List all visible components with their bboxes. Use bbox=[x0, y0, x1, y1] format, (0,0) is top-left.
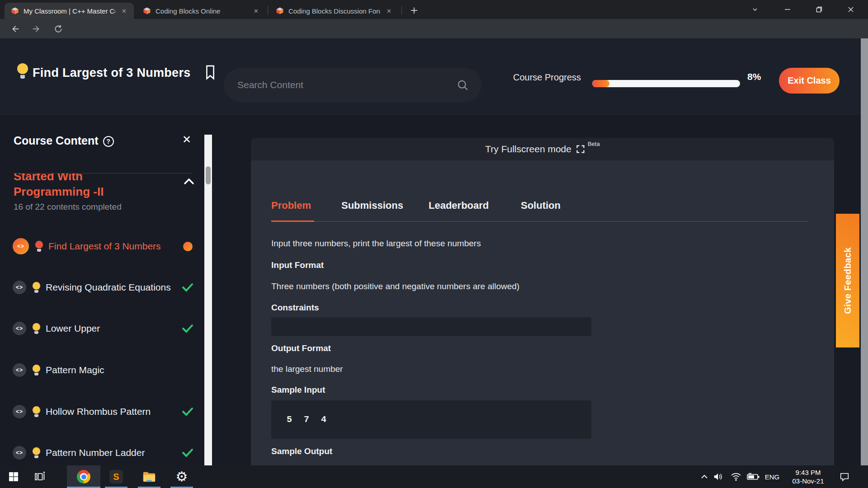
tab-submissions[interactable]: Submissions bbox=[341, 200, 403, 211]
course-progress-fill bbox=[592, 80, 609, 87]
page-content: Find Largest of 3 Numbers Course Progres… bbox=[0, 38, 861, 465]
output-format-text: the largest number bbox=[271, 364, 343, 374]
course-content-title: Course Content? bbox=[14, 134, 114, 147]
task-view-button[interactable] bbox=[29, 465, 51, 488]
window-restore-button[interactable] bbox=[807, 0, 832, 19]
tab-solution[interactable]: Solution bbox=[521, 200, 561, 211]
give-feedback-button[interactable]: Give Feedback bbox=[836, 214, 859, 347]
section-progress-text: 16 of 22 contents completed bbox=[14, 202, 122, 212]
sidebar-scrollbar-thumb[interactable] bbox=[206, 166, 211, 184]
code-icon: <> bbox=[13, 363, 26, 377]
bookmark-icon[interactable] bbox=[204, 65, 216, 80]
tab-divider bbox=[401, 6, 402, 15]
tab-close-icon[interactable]: ✕ bbox=[385, 7, 393, 15]
tab-underline-active bbox=[271, 221, 314, 222]
section-title-line2[interactable]: Programming -II bbox=[14, 185, 104, 199]
tab-title: Coding Blocks Discussion Forum bbox=[288, 7, 380, 15]
tray-battery-button[interactable] bbox=[745, 465, 761, 488]
back-button[interactable] bbox=[8, 22, 22, 36]
input-format-text: Three numbers (both positive and negativ… bbox=[271, 282, 519, 291]
help-icon[interactable]: ? bbox=[103, 136, 114, 147]
window-close-button[interactable] bbox=[838, 0, 863, 19]
speaker-icon bbox=[713, 472, 723, 481]
code-icon: <> bbox=[13, 238, 29, 254]
task-view-icon bbox=[34, 471, 46, 483]
lightbulb-icon bbox=[33, 365, 40, 375]
page-scrollbar[interactable] bbox=[861, 38, 868, 465]
check-icon bbox=[182, 448, 193, 457]
taskbar-chrome-button[interactable] bbox=[67, 465, 100, 488]
code-icon: <> bbox=[13, 446, 26, 460]
chrome-icon bbox=[77, 470, 90, 483]
check-icon bbox=[182, 324, 193, 333]
tray-volume-button[interactable] bbox=[712, 465, 725, 488]
sidebar-scrollbar[interactable] bbox=[204, 135, 212, 465]
in-progress-dot bbox=[183, 242, 193, 251]
gear-icon: ⚙ bbox=[176, 470, 188, 483]
notification-icon bbox=[840, 472, 849, 482]
lightbulb-icon bbox=[33, 406, 40, 417]
coding-blocks-favicon bbox=[143, 7, 151, 15]
lightbulb-icon bbox=[35, 241, 43, 252]
browser-tab-classroom[interactable]: My Classroom | C++ Master Cou ✕ bbox=[5, 3, 134, 19]
forward-icon bbox=[32, 24, 42, 34]
taskbar-sublime-button[interactable]: S bbox=[100, 465, 132, 488]
sample-input-label: Sample Input bbox=[271, 385, 325, 395]
reload-icon bbox=[54, 24, 63, 33]
tab-close-icon[interactable]: ✕ bbox=[252, 7, 260, 15]
course-header: Find Largest of 3 Numbers Course Progres… bbox=[0, 38, 861, 115]
code-icon: <> bbox=[13, 281, 26, 294]
chevron-down-icon bbox=[751, 6, 759, 13]
tab-close-icon[interactable]: ✕ bbox=[120, 7, 128, 15]
tray-network-button[interactable] bbox=[729, 465, 743, 488]
problem-panel: Problem Submissions Leaderboard Solution… bbox=[251, 160, 834, 465]
course-progress-label: Course Progress bbox=[513, 72, 581, 83]
reload-button[interactable] bbox=[52, 22, 65, 36]
sidebar-item-revising-quadratic[interactable]: <> Revising Quadratic Equations bbox=[13, 277, 193, 298]
new-tab-button[interactable]: + bbox=[407, 3, 421, 17]
battery-charging-icon bbox=[747, 473, 760, 481]
problem-statement: Input three numbers, print the largest o… bbox=[271, 239, 481, 249]
sidebar-item-pattern-number-ladder[interactable]: <> Pattern Number Ladder bbox=[13, 442, 193, 463]
beta-badge: Beta bbox=[588, 141, 600, 147]
browser-tab-online[interactable]: Coding Blocks Online ✕ bbox=[137, 3, 266, 19]
windows-logo-icon bbox=[8, 471, 19, 482]
page-scrollbar-thumb[interactable] bbox=[861, 38, 868, 465]
code-icon: <> bbox=[13, 405, 26, 418]
close-icon bbox=[847, 6, 854, 13]
chevron-up-icon bbox=[701, 474, 708, 479]
sidebar-item-pattern-magic[interactable]: <> Pattern Magic bbox=[13, 360, 193, 380]
browser-tab-forum[interactable]: Coding Blocks Discussion Forum ✕ bbox=[269, 3, 399, 19]
forward-button[interactable] bbox=[30, 22, 43, 36]
action-center-button[interactable] bbox=[835, 465, 854, 488]
window-minimize-button[interactable] bbox=[775, 0, 800, 19]
language-indicator: ENG bbox=[765, 473, 780, 481]
sample-output-label: Sample Output bbox=[271, 446, 332, 456]
exit-class-button[interactable]: Exit Class bbox=[779, 68, 840, 94]
code-icon: <> bbox=[13, 322, 26, 335]
start-button[interactable] bbox=[3, 465, 24, 488]
fullscreen-bar[interactable]: Try Fullscreen mode Beta bbox=[251, 138, 834, 160]
tab-problem[interactable]: Problem bbox=[271, 200, 311, 211]
browser-toolbar: online.codingblocks.com/app/player/21838… bbox=[0, 19, 868, 38]
sidebar-item-lower-upper[interactable]: <> Lower Upper bbox=[13, 318, 193, 339]
sidebar-item-find-largest[interactable]: <> Find Largest of 3 Numbers bbox=[13, 236, 193, 257]
tab-underline bbox=[271, 221, 808, 222]
lightbulb-icon bbox=[33, 282, 40, 293]
fullscreen-icon bbox=[576, 145, 585, 154]
browser-tab-strip: My Classroom | C++ Master Cou ✕ Coding B… bbox=[0, 0, 868, 19]
sidebar-item-hollow-rhombus[interactable]: <> Hollow Rhombus Pattern bbox=[13, 401, 193, 422]
lightbulb-icon bbox=[17, 63, 28, 79]
taskbar-explorer-button[interactable] bbox=[133, 465, 165, 488]
tab-leaderboard[interactable]: Leaderboard bbox=[429, 200, 489, 211]
taskbar-clock[interactable]: 9:43 PM 03-Nov-21 bbox=[784, 465, 832, 488]
tab-title: My Classroom | C++ Master Cou bbox=[24, 7, 115, 15]
window-chevron-button[interactable] bbox=[742, 0, 768, 19]
taskbar-settings-button[interactable]: ⚙ bbox=[166, 465, 198, 488]
chevron-up-icon[interactable] bbox=[184, 178, 194, 185]
fullscreen-label[interactable]: Try Fullscreen mode bbox=[485, 144, 571, 155]
sidebar-close-icon[interactable]: ✕ bbox=[182, 133, 191, 146]
search-input[interactable] bbox=[237, 68, 454, 102]
tray-expand-button[interactable] bbox=[698, 465, 711, 488]
tray-language-button[interactable]: ENG bbox=[762, 465, 782, 488]
